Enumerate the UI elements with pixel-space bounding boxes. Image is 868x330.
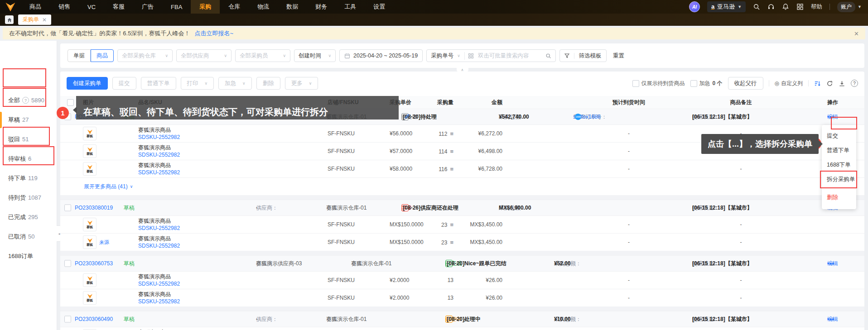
- search-icon[interactable]: [753, 3, 760, 10]
- urgent-button[interactable]: 加急∨: [218, 77, 252, 90]
- create-po-button[interactable]: 创建采购单: [67, 77, 108, 90]
- expand-more-products-link[interactable]: 展开更多商品 (41) ∨: [60, 177, 864, 195]
- search-input[interactable]: [477, 52, 541, 59]
- po-parent-row[interactable]: PO2303080019 草稿 供应商：- 仓库：赛狐演示仓库-01 !异常 […: [60, 200, 864, 215]
- saihu-fox-logo[interactable]: [0, 2, 21, 12]
- warehouse-select[interactable]: 全部采购仓库 ∨: [117, 49, 173, 62]
- search-type-select[interactable]: 采购单号 ∨: [427, 52, 465, 60]
- more-actions-icon[interactable]: •••: [827, 114, 834, 120]
- nav-item-warehouse[interactable]: 仓库: [220, 0, 249, 14]
- apps-grid-icon[interactable]: [796, 3, 804, 10]
- po-number-link[interactable]: PO2303060753: [75, 260, 113, 267]
- sidebar-item-pending-arrival[interactable]: 待到货 1087: [0, 188, 57, 207]
- funnel-icon[interactable]: [560, 53, 574, 59]
- sku-link[interactable]: SDSKU-2552982: [138, 242, 321, 249]
- select-all-checkbox[interactable]: [67, 99, 74, 106]
- urgent-filter-checkbox[interactable]: 加急0 个: [690, 80, 723, 87]
- row-checkbox[interactable]: [64, 205, 71, 211]
- tab-purchase-orders[interactable]: 采购单 ✕: [18, 14, 51, 25]
- nav-item-tools[interactable]: 工具: [336, 0, 365, 14]
- home-button[interactable]: [5, 15, 14, 24]
- nav-item-ads[interactable]: 广告: [133, 0, 162, 14]
- mode-document-button[interactable]: 单据: [68, 49, 91, 62]
- headset-icon[interactable]: [767, 3, 775, 10]
- help-circle-icon[interactable]: ?: [851, 80, 858, 87]
- collapse-parent-rows-button[interactable]: 收起父行: [728, 77, 763, 90]
- po-item-row[interactable]: 赛狐 赛狐演示商品SDSKU-2552982 SF-FNSKU ¥2.0000 …: [60, 271, 864, 289]
- question-circle-icon[interactable]: ?: [22, 97, 29, 104]
- signup-link[interactable]: 点击立即报名~: [194, 29, 233, 38]
- nav-item-vc[interactable]: VC: [79, 0, 104, 14]
- po-number-link[interactable]: PO2303080019: [75, 205, 113, 211]
- quantity-detail-icon[interactable]: ≡: [450, 166, 453, 172]
- sidebar-item-cancelled[interactable]: 已取消 50: [0, 227, 57, 246]
- ai-assistant-button[interactable]: AI: [689, 1, 700, 12]
- sort-settings-icon[interactable]: [814, 80, 821, 87]
- nav-item-service[interactable]: 客服: [104, 0, 133, 14]
- sku-link[interactable]: SDSKU-2552982: [138, 225, 321, 232]
- sku-link[interactable]: SDSKU-2552982: [138, 298, 321, 305]
- search-icon[interactable]: [541, 53, 555, 59]
- sidebar-item-pending-review[interactable]: 待审核 6: [0, 149, 57, 168]
- export-download-icon[interactable]: [839, 80, 845, 87]
- time-type-select[interactable]: 创建时间 ∨: [294, 49, 336, 62]
- reset-button[interactable]: 重置: [613, 52, 624, 60]
- nav-item-settings[interactable]: 设置: [365, 0, 394, 14]
- refresh-icon[interactable]: [826, 80, 833, 87]
- nav-item-purchase[interactable]: 采购: [191, 0, 220, 14]
- quantity-detail-icon[interactable]: ≡: [450, 221, 453, 228]
- dropdown-item-split-po[interactable]: 拆分采购单: [822, 172, 856, 187]
- po-item-row[interactable]: 赛狐 赛狐演示商品SDSKU-2552982 SF-FNSKU MX$150.0…: [60, 215, 864, 233]
- mode-product-button[interactable]: 商品: [91, 49, 114, 62]
- submit-button[interactable]: 提交: [112, 77, 136, 90]
- nav-item-data[interactable]: 数据: [278, 0, 307, 14]
- print-button[interactable]: 打印∨: [181, 77, 214, 90]
- more-actions-icon[interactable]: •••: [827, 260, 834, 267]
- source-link[interactable]: 来源: [99, 239, 109, 246]
- filter-template-button[interactable]: 筛选模板: [574, 52, 606, 60]
- account-menu[interactable]: 账户 ▼: [837, 2, 862, 12]
- sku-link[interactable]: SDSKU-2552982: [138, 280, 321, 287]
- dropdown-item-1688-order[interactable]: 1688下单: [822, 158, 856, 172]
- quantity-detail-icon[interactable]: ≡: [450, 130, 453, 137]
- delete-button[interactable]: 删除: [256, 77, 280, 90]
- po-number-link[interactable]: PO2303060490: [75, 316, 113, 322]
- more-actions-icon[interactable]: •••: [827, 316, 834, 322]
- sidebar-item-completed[interactable]: 已完成 295: [0, 207, 57, 227]
- sku-link[interactable]: SDSKU-2552982: [138, 169, 321, 176]
- sku-link[interactable]: SDSKU-2552982: [138, 151, 321, 158]
- sku-link[interactable]: SDSKU-2552982: [138, 134, 321, 141]
- dropdown-item-delete[interactable]: 删除: [822, 190, 856, 205]
- nav-item-finance[interactable]: 财务: [307, 0, 336, 14]
- po-parent-row[interactable]: PO2303060490 草稿 供应商：- 仓库：赛狐演示仓库-01 …处理中 …: [60, 311, 864, 327]
- quantity-detail-icon[interactable]: ≡: [450, 148, 453, 155]
- only-arriving-checkbox[interactable]: 仅展示待到货商品: [632, 80, 685, 87]
- normal-order-button[interactable]: 普通下单: [141, 77, 176, 90]
- po-item-row[interactable]: 赛狐 赛狐演示商品SDSKU-2552982 SF-FNSKU ¥2.0000 …: [60, 289, 864, 306]
- custom-columns-button[interactable]: ◎自定义列: [775, 80, 803, 87]
- row-checkbox[interactable]: [64, 260, 71, 267]
- supplier-select[interactable]: 全部供应商 ∨: [176, 49, 231, 62]
- po-item-row[interactable]: 赛狐 赛狐演示商品SDSKU-2552982 SF-FNSKU ¥10.0000…: [60, 327, 864, 330]
- sidebar-item-rejected[interactable]: 驳回 51: [0, 129, 57, 149]
- nav-item-logistics[interactable]: 物流: [249, 0, 278, 14]
- date-range-picker[interactable]: 2025-04-20 ~ 2025-05-19: [339, 49, 423, 62]
- row-checkbox[interactable]: [64, 316, 71, 323]
- dropdown-item-normal-order[interactable]: 普通下单: [822, 143, 856, 158]
- po-parent-row[interactable]: PO2303060753 草稿 供应商：赛狐演示供应商-03 仓库：赛狐演示仓库…: [60, 255, 864, 271]
- help-link[interactable]: 帮助: [811, 3, 822, 11]
- po-item-row[interactable]: 赛狐来源 赛狐演示商品SDSKU-2552982 SF-FNSKU MX$150…: [60, 233, 864, 251]
- sidebar-item-pending-order[interactable]: 待下单 119: [0, 168, 57, 188]
- nav-item-sales[interactable]: 销售: [50, 0, 79, 14]
- dropdown-item-submit[interactable]: 提交: [822, 129, 856, 143]
- po-item-row[interactable]: 赛狐 赛狐演示商品SDSKU-2552982 SF-FNSKU ¥58.0000…: [60, 160, 864, 177]
- nav-item-fba[interactable]: FBA: [162, 0, 191, 14]
- buyer-select[interactable]: 全部采购员 ∨: [235, 49, 290, 62]
- close-icon[interactable]: ✕: [854, 30, 859, 37]
- store-selector[interactable]: a 亚马逊 ▼: [707, 1, 746, 12]
- edit-status-pencil-icon[interactable]: [405, 114, 410, 120]
- sidebar-item-1688-orders[interactable]: 1688订单: [0, 246, 57, 266]
- close-icon[interactable]: ✕: [42, 17, 47, 23]
- quantity-detail-icon[interactable]: ≡: [450, 239, 453, 246]
- sidebar-item-draft[interactable]: 草稿 27: [0, 110, 57, 129]
